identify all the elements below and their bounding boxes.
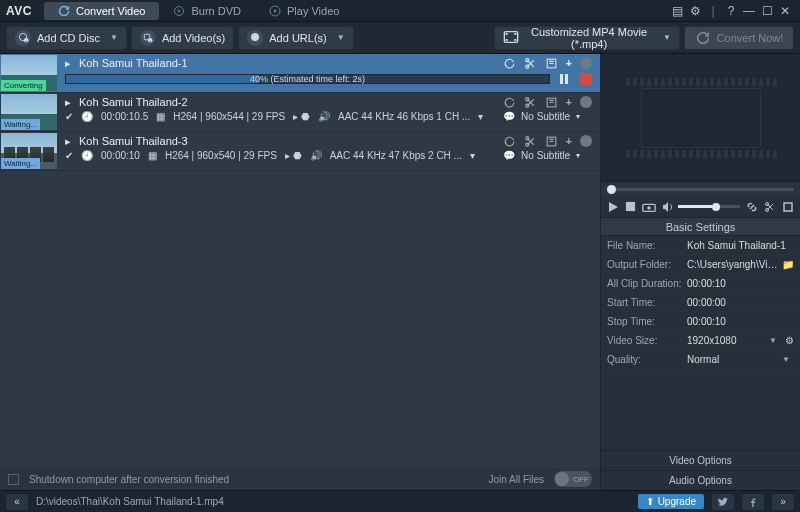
cut-icon[interactable]	[524, 135, 537, 148]
video-options-button[interactable]: Video Options	[601, 450, 800, 470]
minimize-button[interactable]: —	[740, 2, 758, 20]
disc-icon	[173, 5, 185, 17]
tab-label: Play Video	[287, 5, 339, 17]
snapshot-button[interactable]	[642, 201, 656, 213]
tab-play-video[interactable]: Play Video	[255, 2, 353, 20]
status-badge: Waiting...	[1, 119, 40, 130]
video-track-select[interactable]: ▸ ⬣	[285, 150, 302, 161]
add-track-button[interactable]: +	[566, 57, 572, 69]
play-icon	[269, 5, 281, 17]
refresh-icon[interactable]	[503, 135, 516, 148]
remove-item-button[interactable]	[580, 135, 592, 147]
tab-label: Burn DVD	[191, 5, 241, 17]
folder-icon[interactable]: 📁	[782, 259, 794, 270]
link-icon[interactable]	[746, 201, 758, 213]
film-icon: ▦	[156, 111, 165, 122]
chevron-down-icon[interactable]: ▼	[765, 336, 781, 345]
refresh-icon[interactable]	[503, 96, 516, 109]
film-icon	[503, 30, 519, 46]
add-urls-button[interactable]: Add URL(s) ▼	[238, 26, 353, 50]
file-title: Koh Samui Thailand-1	[79, 57, 495, 69]
chevron-down-icon: ▾	[576, 112, 580, 121]
shutdown-checkbox[interactable]	[8, 474, 19, 485]
tab-label: Convert Video	[76, 5, 146, 17]
video-info: H264 | 960x540 | 29 FPS	[165, 150, 277, 161]
add-track-button[interactable]: +	[566, 96, 572, 108]
cut-icon[interactable]	[524, 96, 537, 109]
setting-stop-time[interactable]: Stop Time:00:00:10	[601, 312, 800, 331]
film-icon: ▦	[148, 150, 157, 161]
speaker-icon	[662, 201, 674, 213]
refresh-icon[interactable]	[503, 57, 516, 70]
stop-button[interactable]	[625, 201, 636, 212]
file-item[interactable]: Waiting... ▸ Koh Samui Thailand-3 + ✔	[0, 132, 600, 171]
gear-icon[interactable]: ⚙	[785, 335, 794, 346]
volume-slider[interactable]	[662, 201, 740, 213]
expand-arrow-icon[interactable]: ▸	[65, 57, 71, 70]
add-cd-disc-button[interactable]: + Add CD Disc ▼	[6, 26, 127, 50]
remove-item-button[interactable]	[580, 96, 592, 108]
setting-output-folder[interactable]: Output Folder:C:\Users\yangh\Videos...📁	[601, 255, 800, 274]
pause-button[interactable]	[558, 72, 572, 86]
remove-item-button[interactable]	[580, 57, 592, 69]
duration: 00:00:10.5	[101, 111, 148, 122]
tab-burn-dvd[interactable]: Burn DVD	[159, 2, 255, 20]
svg-rect-12	[506, 39, 508, 41]
setting-quality[interactable]: Quality:Normal▼	[601, 350, 800, 369]
menu-icon[interactable]: ▤	[668, 2, 686, 20]
join-all-switch[interactable]: OFF	[554, 471, 592, 487]
twitter-button[interactable]	[712, 494, 734, 510]
cut-icon[interactable]	[764, 201, 776, 213]
upgrade-button[interactable]: ⬆Upgrade	[638, 494, 704, 509]
play-button[interactable]	[607, 201, 619, 213]
convert-now-button[interactable]: Convert Now!	[684, 26, 794, 50]
crop-icon[interactable]	[782, 201, 794, 213]
subtitle-select[interactable]: 💬 No Subtitle ▾	[503, 150, 592, 161]
settings-icon[interactable]: ⚙	[686, 2, 704, 20]
cut-icon[interactable]	[524, 57, 537, 70]
chevron-down-icon: ▼	[663, 33, 671, 42]
seek-bar[interactable]	[601, 182, 800, 196]
add-videos-button[interactable]: + Add Video(s)	[131, 26, 234, 50]
check-icon: ✔	[65, 150, 73, 161]
close-button[interactable]: ✕	[776, 2, 794, 20]
svg-point-1	[178, 10, 180, 12]
chevron-down-icon[interactable]: ▼	[778, 355, 794, 364]
subtitle-icon: 💬	[503, 150, 515, 161]
stop-button[interactable]	[580, 73, 592, 85]
add-track-button[interactable]: +	[566, 135, 572, 147]
video-track-select[interactable]: ▸ ⬣	[293, 111, 310, 122]
prev-page-button[interactable]: «	[6, 494, 28, 510]
check-icon: ✔	[65, 111, 73, 122]
button-label: Convert Now!	[717, 32, 784, 44]
speaker-icon: 🔊	[310, 150, 322, 161]
expand-arrow-icon[interactable]: ▸	[65, 135, 71, 148]
chevron-down-icon: ▼	[110, 33, 118, 42]
file-item[interactable]: Converting ▸ Koh Samui Thailand-1 +	[0, 54, 600, 93]
file-item[interactable]: Waiting... ▸ Koh Samui Thailand-2 + ✔	[0, 93, 600, 132]
svg-rect-14	[514, 39, 516, 41]
button-label: Add Video(s)	[162, 32, 225, 44]
speaker-icon: 🔊	[318, 111, 330, 122]
expand-arrow-icon[interactable]: ▸	[65, 96, 71, 109]
maximize-button[interactable]: ☐	[758, 2, 776, 20]
globe-plus-icon	[247, 30, 263, 46]
setting-video-size[interactable]: Video Size:1920x1080▼⚙	[601, 331, 800, 350]
output-profile-select[interactable]: Customized MP4 Movie (*.mp4) ▼	[494, 26, 680, 50]
help-icon[interactable]: ?	[722, 2, 740, 20]
facebook-button[interactable]	[742, 494, 764, 510]
edit-icon[interactable]	[545, 135, 558, 148]
audio-options-button[interactable]: Audio Options	[601, 470, 800, 490]
chevron-down-icon[interactable]: ▾	[478, 111, 483, 122]
edit-icon[interactable]	[545, 96, 558, 109]
edit-icon[interactable]	[545, 57, 558, 70]
preview-area	[601, 54, 800, 182]
next-page-button[interactable]: »	[772, 494, 794, 510]
setting-all-clip-duration: All Clip Duration:00:00:10	[601, 274, 800, 293]
setting-start-time[interactable]: Start Time:00:00:00	[601, 293, 800, 312]
setting-filename: File Name:Koh Samui Thailand-1	[601, 236, 800, 255]
tab-convert-video[interactable]: Convert Video	[44, 2, 160, 20]
chevron-down-icon[interactable]: ▾	[470, 150, 475, 161]
subtitle-select[interactable]: 💬 No Subtitle ▾	[503, 111, 592, 122]
status-badge: Converting	[1, 80, 46, 91]
